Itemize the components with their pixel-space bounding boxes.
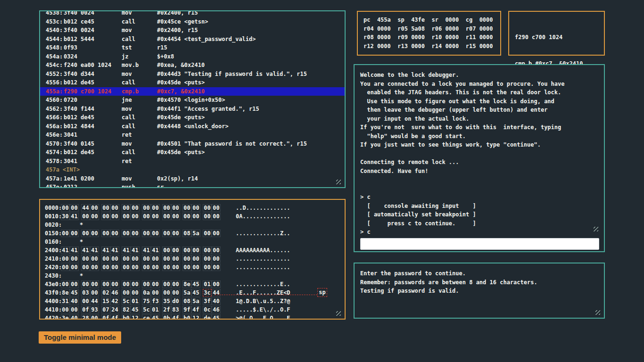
memory-byte[interactable]: 00 — [203, 204, 212, 212]
memory-byte[interactable]: 00 — [162, 289, 171, 296]
memory-byte[interactable]: 45 — [151, 314, 160, 320]
memory-byte[interactable]: 01 — [203, 280, 212, 288]
memory-byte[interactable]: 00 — [142, 230, 151, 237]
disasm-row[interactable]: 4566:b012 de45call#0x45de <puts> — [46, 113, 339, 122]
memory-byte[interactable]: 0f — [81, 306, 90, 313]
memory-row[interactable]: 0020:* — [45, 221, 340, 229]
memory-byte[interactable]: 00 — [131, 204, 140, 212]
memory-byte[interactable]: 00 — [90, 213, 99, 220]
memory-byte[interactable]: 0c — [203, 306, 212, 313]
disasm-section-label[interactable]: 457a <INT> — [46, 165, 339, 174]
memory-byte[interactable]: 01 — [151, 306, 160, 313]
memory-byte[interactable]: 00 — [131, 230, 140, 237]
memory-byte[interactable]: 00 — [151, 213, 160, 220]
memory-byte[interactable]: 00 — [212, 255, 221, 263]
memory-byte[interactable]: f3 — [151, 297, 160, 305]
memory-byte[interactable]: 00 — [90, 230, 99, 237]
memory-byte[interactable]: 00 — [81, 230, 90, 237]
memory-byte[interactable]: 40 — [70, 314, 79, 320]
memory-byte[interactable]: 08 — [182, 297, 191, 305]
memory-byte[interactable]: 00 — [203, 213, 212, 220]
memory-byte[interactable]: 00 — [182, 247, 191, 254]
memory-byte[interactable]: 00 — [182, 255, 191, 263]
memory-byte[interactable]: 00 — [101, 255, 110, 263]
memory-byte[interactable]: 46 — [110, 289, 119, 296]
memory-byte[interactable]: 00 — [131, 213, 140, 220]
disasm-row[interactable]: 4556:b012 de45call#0x45de <puts> — [46, 78, 339, 87]
memory-byte[interactable]: 00 — [70, 280, 79, 288]
memory-byte[interactable]: 00 — [110, 280, 119, 288]
resize-grip[interactable] — [595, 310, 600, 315]
memory-byte[interactable]: 00 — [131, 263, 140, 271]
memory-byte[interactable]: 00 — [151, 230, 160, 237]
memory-byte[interactable]: 00 — [61, 306, 70, 313]
memory-row[interactable]: 4420:3e4028000f4fb012ce450b4fb012de45>@(… — [45, 314, 340, 320]
memory-byte[interactable]: 00 — [212, 204, 221, 212]
memory-byte[interactable]: 42 — [110, 297, 119, 305]
memory-byte[interactable]: 31 — [61, 297, 70, 305]
memory-row[interactable]: 2420:00000000000000000000000000000000...… — [45, 263, 340, 272]
memory-byte[interactable]: 00 — [162, 230, 171, 237]
memory-byte[interactable]: 4f — [171, 314, 180, 320]
memory-byte[interactable]: 24 — [110, 306, 119, 313]
memory-byte[interactable]: 82 — [122, 306, 131, 313]
memory-byte[interactable]: 00 — [90, 289, 99, 296]
memory-byte[interactable]: 00 — [81, 280, 90, 288]
memory-byte[interactable]: 41 — [81, 247, 90, 254]
memory-byte[interactable]: 00 — [70, 204, 79, 212]
memory-byte[interactable]: 41 — [110, 247, 119, 254]
disasm-row[interactable]: 4562:3f40 f144mov#0x44f1 "Access granted… — [46, 105, 339, 114]
memory-byte[interactable]: 93 — [90, 306, 99, 313]
memory-byte[interactable]: 8e — [182, 280, 191, 288]
memory-byte[interactable]: 41 — [122, 247, 131, 254]
memory-byte[interactable]: 00 — [101, 263, 110, 271]
memory-byte[interactable]: 00 — [142, 255, 151, 263]
memory-byte[interactable]: 00 — [203, 263, 212, 271]
memory-byte[interactable]: 00 — [131, 255, 140, 263]
disasm-row[interactable]: 4552:3f40 d344mov#0x44d3 "Testing if pas… — [46, 70, 339, 79]
memory-byte[interactable]: 00 — [61, 204, 70, 212]
resize-grip[interactable] — [336, 180, 341, 184]
memory-byte[interactable]: 45 — [191, 280, 200, 288]
memory-byte[interactable]: 00 — [81, 263, 90, 271]
memory-byte[interactable]: 2f — [162, 306, 171, 313]
memory-byte[interactable]: 41 — [101, 247, 110, 254]
memory-byte[interactable]: 00 — [61, 230, 70, 237]
disasm-row[interactable]: 4548:0f93tstr15 — [46, 43, 339, 52]
memory-byte[interactable]: 00 — [61, 255, 70, 263]
memory-byte[interactable]: 00 — [171, 230, 180, 237]
memory-byte[interactable]: 00 — [142, 204, 151, 212]
memory-byte[interactable]: 00 — [171, 213, 180, 220]
memory-byte[interactable]: 41 — [151, 247, 160, 254]
memory-byte[interactable]: 15 — [101, 297, 110, 305]
memory-byte[interactable]: 00 — [151, 289, 160, 296]
memory-byte[interactable]: 00 — [131, 289, 140, 296]
memory-byte[interactable]: 00 — [122, 230, 131, 237]
memory-byte[interactable]: 00 — [162, 263, 171, 271]
memory-byte[interactable]: 00 — [182, 213, 191, 220]
memory-byte[interactable]: 00 — [191, 255, 200, 263]
memory-byte[interactable]: 00 — [151, 280, 160, 288]
memory-byte[interactable]: 02 — [101, 289, 110, 296]
memory-byte[interactable]: 08 — [182, 230, 191, 237]
memory-byte[interactable]: 01 — [131, 297, 140, 305]
disasm-row[interactable]: 453c:b012 ce45call#0x45ce <getsn> — [46, 17, 339, 26]
memory-byte[interactable]: b0 — [122, 314, 131, 320]
memory-byte[interactable]: 00 — [171, 289, 180, 296]
memory-byte[interactable]: 00 — [151, 263, 160, 271]
memory-byte[interactable]: 75 — [142, 297, 151, 305]
memory-row[interactable]: 2410:00000000000000000000000000000000...… — [45, 255, 340, 263]
memory-byte[interactable]: 00 — [90, 204, 99, 212]
memory-row[interactable]: 0160:* — [45, 238, 340, 246]
memory-byte[interactable]: 00 — [122, 255, 131, 263]
memory-byte[interactable]: 45 — [191, 289, 200, 296]
memory-byte[interactable]: 41 — [70, 213, 79, 220]
resize-grip[interactable] — [594, 227, 598, 231]
memory-byte[interactable]: 30 — [61, 213, 70, 220]
memory-byte[interactable]: 12 — [131, 314, 140, 320]
memory-byte[interactable]: 41 — [61, 247, 70, 254]
disassembly-panel[interactable]: 4538:3f40 0024mov#0x2400, r15453c:b012 c… — [39, 10, 346, 188]
disasm-row[interactable]: 456a:b012 4844call#0x4448 <unlock_door> — [46, 122, 339, 131]
memory-byte[interactable]: 00 — [142, 213, 151, 220]
memory-byte[interactable]: 00 — [171, 280, 180, 288]
